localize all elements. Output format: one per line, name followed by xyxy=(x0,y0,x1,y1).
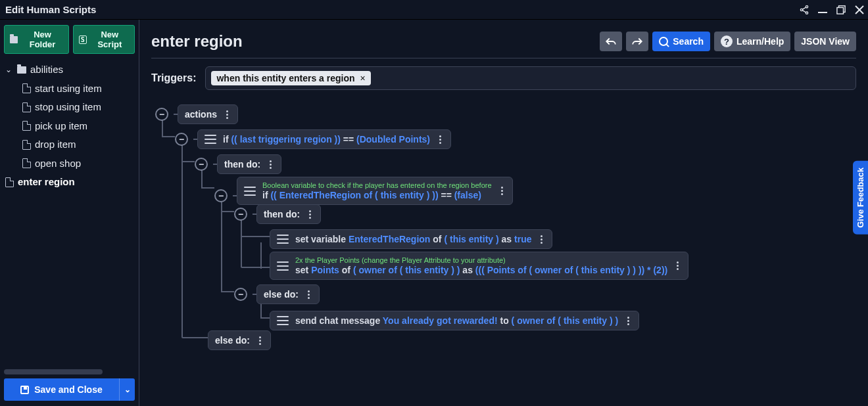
block-menu-icon[interactable] xyxy=(538,235,545,244)
if-op: == xyxy=(343,134,354,145)
set-points-block[interactable]: 2x the Player Points (change the Player … xyxy=(270,252,688,280)
json-label: JSON View xyxy=(801,36,850,47)
block-menu-icon[interactable] xyxy=(306,210,314,219)
share-icon[interactable] xyxy=(797,3,811,17)
tree-item-start-using-item[interactable]: start using item xyxy=(4,79,135,99)
if-block-region[interactable]: if (( last triggering region )) == (Doub… xyxy=(197,129,451,149)
folder-icon xyxy=(10,36,18,43)
else-label: else do: xyxy=(215,335,250,346)
tree-item-open-shop[interactable]: open shop xyxy=(4,154,135,173)
block-menu-icon[interactable] xyxy=(305,290,312,299)
collapse-handle[interactable]: − xyxy=(175,133,188,146)
tree-item-label: enter region xyxy=(18,173,75,192)
setvar-entity: ( this entity ) xyxy=(444,234,498,244)
block-menu-icon[interactable] xyxy=(256,336,264,345)
tree-item-pick-up-item[interactable]: pick up item xyxy=(4,117,135,136)
set-variable-block[interactable]: set variable EnteredTheRegion of ( this … xyxy=(270,229,552,249)
feedback-label: Give Feedback xyxy=(856,168,865,228)
give-feedback-tab[interactable]: Give Feedback xyxy=(853,161,868,235)
sidebar-scrollbar[interactable] xyxy=(4,369,103,374)
page-title: enter region xyxy=(151,32,600,51)
learn-label: Learn/Help xyxy=(736,36,784,47)
tree-item-enter-region[interactable]: enter region xyxy=(4,173,135,192)
script-icon: S xyxy=(79,35,87,44)
new-script-label: New Script xyxy=(91,30,129,49)
titlebar: Edit Human Scripts xyxy=(0,0,868,20)
editor-panel: enter region Search ? Learn/Help JSON V xyxy=(139,20,868,406)
new-folder-button[interactable]: New Folder xyxy=(4,25,69,54)
tree-item-label: drop item xyxy=(35,135,76,154)
triggers-label: Triggers: xyxy=(151,72,196,84)
drag-handle-icon[interactable] xyxy=(277,316,289,325)
script-icon xyxy=(22,140,31,150)
script-canvas: − actions − if (( last triggering region… xyxy=(151,102,856,365)
collapse-handle[interactable]: − xyxy=(234,288,247,301)
actions-block[interactable]: actions xyxy=(178,104,238,124)
script-icon xyxy=(22,158,31,168)
block-menu-icon[interactable] xyxy=(437,135,444,144)
chat-message: You already got rewarded! xyxy=(383,315,498,326)
block-menu-icon[interactable] xyxy=(498,187,506,195)
sidebar: New Folder S New Script ⌄ abilities star… xyxy=(0,20,139,406)
minimize-icon[interactable] xyxy=(815,3,830,17)
save-label: Save and Close xyxy=(34,384,103,395)
setvar-name: EnteredTheRegion xyxy=(349,234,430,244)
drag-handle-icon[interactable] xyxy=(277,235,289,244)
send-chat-block[interactable]: send chat message You already got reward… xyxy=(270,311,639,330)
search-button[interactable]: Search xyxy=(652,32,710,51)
block-menu-icon[interactable] xyxy=(625,317,632,325)
if-block-entered[interactable]: Boolean variable to check if the player … xyxy=(237,177,513,205)
new-folder-label: New Folder xyxy=(22,30,62,49)
maximize-icon[interactable] xyxy=(834,3,848,17)
collapse-handle[interactable]: − xyxy=(234,208,247,221)
svg-rect-7 xyxy=(837,7,844,14)
script-icon xyxy=(22,121,31,131)
search-label: Search xyxy=(673,36,704,47)
json-view-button[interactable]: JSON View xyxy=(794,32,856,51)
block-menu-icon[interactable] xyxy=(224,110,231,119)
tree-item-drop-item[interactable]: drop item xyxy=(4,135,135,154)
setpts-keyword: set xyxy=(295,265,308,275)
learn-help-button[interactable]: ? Learn/Help xyxy=(714,32,790,51)
collapse-handle[interactable]: − xyxy=(195,158,208,171)
setpts-entity: ( owner of ( this entity ) ) xyxy=(353,265,460,275)
else-block-inner[interactable]: else do: xyxy=(256,284,320,304)
tree-item-label: stop using item xyxy=(35,98,101,117)
block-menu-icon[interactable] xyxy=(267,160,274,169)
if-expr-right: (false) xyxy=(454,190,481,200)
save-dropdown-button[interactable]: ⌄ xyxy=(119,378,135,401)
undo-button[interactable] xyxy=(600,32,622,51)
if-expr-right: (Doubled Points) xyxy=(356,134,430,145)
close-icon[interactable] xyxy=(852,3,867,17)
new-script-button[interactable]: S New Script xyxy=(73,25,135,54)
actions-label: actions xyxy=(185,109,217,120)
tree-item-label: start using item xyxy=(35,79,102,99)
collapse-handle[interactable]: − xyxy=(214,189,228,202)
drag-handle-icon[interactable] xyxy=(205,135,216,144)
then-block[interactable]: then do: xyxy=(217,154,281,174)
else-block[interactable]: else do: xyxy=(208,330,271,350)
drag-handle-icon[interactable] xyxy=(244,187,256,196)
setvar-keyword: set variable xyxy=(295,234,346,244)
redo-button[interactable] xyxy=(626,32,648,51)
tree-folder-abilities[interactable]: ⌄ abilities xyxy=(4,60,135,79)
drag-handle-icon[interactable] xyxy=(277,261,289,271)
tree-folder-label: abilities xyxy=(30,60,63,79)
chat-to: to xyxy=(500,315,508,326)
then-block-inner[interactable]: then do: xyxy=(256,204,321,224)
collapse-handle[interactable]: − xyxy=(155,108,168,121)
trigger-chip[interactable]: when this entity enters a region × xyxy=(211,71,370,85)
svg-line-3 xyxy=(802,7,806,9)
folder-icon xyxy=(17,66,26,74)
chat-target: ( owner of ( this entity ) ) xyxy=(512,315,619,326)
if-keyword: if xyxy=(223,134,229,145)
save-and-close-button[interactable]: Save and Close xyxy=(4,378,119,401)
tree-item-stop-using-item[interactable]: stop using item xyxy=(4,98,135,117)
setpts-value: ((( Points of ( owner of ( this entity )… xyxy=(475,265,667,275)
if-op: == xyxy=(441,190,451,200)
block-menu-icon[interactable] xyxy=(674,261,681,270)
triggers-input[interactable]: when this entity enters a region × xyxy=(205,66,856,90)
then-label: then do: xyxy=(264,209,300,219)
setpts-name: Points xyxy=(311,265,339,275)
remove-chip-icon[interactable]: × xyxy=(360,73,366,83)
